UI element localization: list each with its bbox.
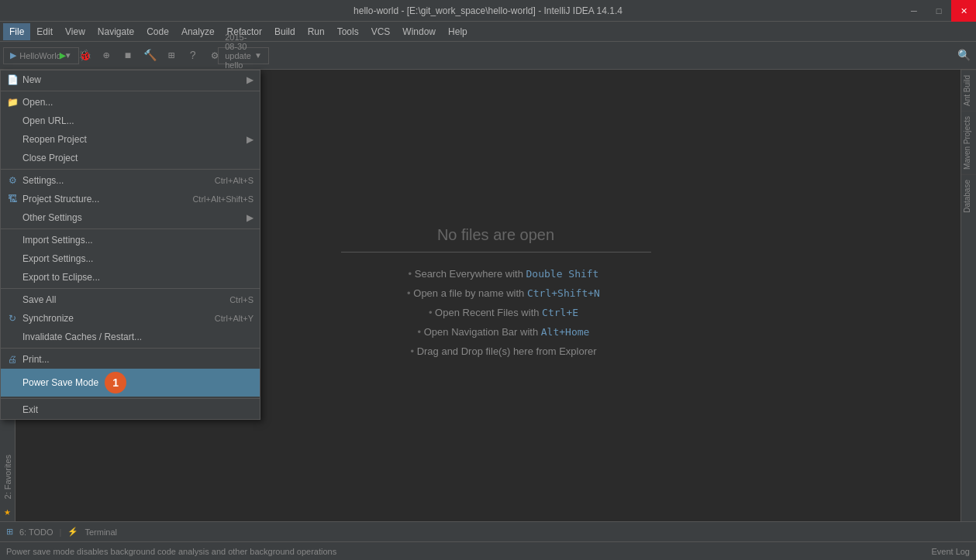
- settings-icon: ⚙: [5, 175, 19, 186]
- menu-item-export-settings[interactable]: Export Settings...: [1, 249, 260, 268]
- menu-vcs[interactable]: VCS: [365, 23, 397, 40]
- hint-drag-drop-text: Drag and Drop file(s) here from Explorer: [417, 345, 597, 357]
- hint-drag-drop: Drag and Drop file(s) here from Explorer: [341, 345, 667, 357]
- event-log-label[interactable]: Event Log: [931, 547, 970, 556]
- menu-build[interactable]: Build: [268, 23, 302, 40]
- menu-item-open[interactable]: 📁 Open...: [1, 93, 260, 112]
- run-config-selector[interactable]: ▶ HelloWorld ▼: [32, 46, 50, 65]
- right-panel-strip: Ant Build Maven Projects Database: [960, 70, 976, 521]
- save-all-shortcut: Ctrl+S: [229, 295, 253, 304]
- open-icon: 📁: [5, 97, 19, 108]
- status-bar: Power save mode disables background code…: [0, 541, 976, 560]
- sep-3: [1, 228, 260, 229]
- menu-item-open-url[interactable]: Open URL...: [1, 112, 260, 130]
- menu-item-project-structure[interactable]: 🏗 Project Structure... Ctrl+Alt+Shift+S: [1, 190, 260, 208]
- project-structure-shortcut: Ctrl+Alt+Shift+S: [192, 194, 253, 204]
- sep-4: [1, 288, 260, 289]
- menu-code[interactable]: Code: [140, 23, 175, 40]
- reopen-arrow: ▶: [247, 134, 253, 145]
- project-structure-icon: 🏗: [5, 194, 19, 204]
- hint-recent-files-key: Ctrl+E: [542, 307, 578, 318]
- main-layout: 2: Favorites ★ 📄 New ▶ 📁 Open... Open UR…: [0, 70, 976, 521]
- menu-help[interactable]: Help: [442, 23, 474, 40]
- toolbar: ⚙ ▶ HelloWorld ▼ ▶ 🐞 ⊕ ■ 🔨 ⊞ ? ⚙ 2015-08…: [0, 42, 976, 70]
- minimize-button[interactable]: ─: [902, 0, 926, 22]
- todo-label[interactable]: 6: TODO: [19, 527, 53, 537]
- other-settings-arrow: ▶: [247, 212, 253, 223]
- new-arrow: ▶: [247, 74, 253, 85]
- menu-item-power-save-mode[interactable]: Power Save Mode 1: [1, 369, 260, 397]
- commit-selector[interactable]: 2015-08-30 update hello world ▼: [234, 46, 253, 65]
- menu-bar: File Edit View Navigate Code Analyze Ref…: [0, 22, 976, 42]
- menu-item-new[interactable]: 📄 New ▶: [1, 70, 260, 89]
- print-icon: 🖨: [5, 354, 19, 365]
- hint-open-file: Open a file by name with Ctrl+Shift+N: [341, 287, 667, 299]
- menu-tools[interactable]: Tools: [331, 23, 365, 40]
- sep-5: [1, 348, 260, 349]
- sep-6: [1, 398, 260, 399]
- no-files-title: No files are open: [341, 226, 651, 253]
- commit-label[interactable]: 2015-08-30 update hello world ▼: [218, 47, 269, 64]
- menu-item-synchronize[interactable]: ↻ Synchronize Ctrl+Alt+Y: [1, 309, 260, 328]
- title-bar-controls: ─ □ ✕: [902, 0, 976, 22]
- title-bar: hello-world - [E:\git_work_space\hello-w…: [0, 0, 976, 22]
- hint-search-text: Search Everywhere with: [415, 268, 526, 280]
- hint-open-file-key: Ctrl+Shift+N: [527, 287, 600, 299]
- build-button[interactable]: 🔨: [140, 46, 159, 65]
- database-label[interactable]: Database: [961, 174, 976, 218]
- menu-item-save-all[interactable]: Save All Ctrl+S: [1, 290, 260, 309]
- ant-build-label[interactable]: Ant Build: [961, 70, 976, 111]
- power-save-badge: 1: [105, 372, 126, 393]
- hints-list: Search Everywhere with Double Shift Open…: [341, 268, 667, 357]
- menu-navigate[interactable]: Navigate: [91, 23, 140, 40]
- maven-projects-label[interactable]: Maven Projects: [961, 111, 976, 174]
- menu-item-reopen[interactable]: Reopen Project ▶: [1, 130, 260, 149]
- settings-shortcut: Ctrl+Alt+S: [215, 176, 253, 185]
- hint-open-file-text: Open a file by name with: [413, 287, 527, 299]
- file-menu-dropdown: 📄 New ▶ 📁 Open... Open URL... Reopen Pro…: [0, 70, 260, 420]
- menu-analyze[interactable]: Analyze: [175, 23, 221, 40]
- run-with-coverage-button[interactable]: ⊕: [97, 46, 116, 65]
- menu-file[interactable]: File: [3, 23, 30, 40]
- hint-search-key: Double Shift: [526, 268, 599, 280]
- hint-nav-bar-text: Open Navigation Bar with: [424, 326, 541, 338]
- sep-1: [1, 91, 260, 91]
- menu-item-invalidate-caches[interactable]: Invalidate Caches / Restart...: [1, 328, 260, 346]
- status-message: Power save mode disables background code…: [6, 547, 336, 556]
- maximize-button[interactable]: □: [926, 0, 951, 22]
- stop-button[interactable]: ■: [119, 46, 137, 65]
- synchronize-icon: ↻: [5, 313, 19, 324]
- no-files-container: No files are open Search Everywhere with…: [341, 226, 667, 365]
- menu-item-print[interactable]: 🖨 Print...: [1, 350, 260, 369]
- favorites-star-icon[interactable]: ★: [1, 502, 13, 521]
- hint-nav-bar-key: Alt+Home: [541, 326, 590, 338]
- toolbar-btn-5[interactable]: ⊞: [162, 46, 181, 65]
- menu-item-import-settings[interactable]: Import Settings...: [1, 231, 260, 249]
- hint-search: Search Everywhere with Double Shift: [341, 268, 667, 280]
- run-button[interactable]: ▶: [53, 46, 72, 65]
- hint-recent-files: Open Recent Files with Ctrl+E: [341, 307, 667, 318]
- menu-item-exit[interactable]: Exit: [1, 400, 260, 419]
- new-icon: 📄: [5, 74, 19, 85]
- search-everywhere-button[interactable]: 🔍: [954, 46, 973, 65]
- menu-item-settings[interactable]: ⚙ Settings... Ctrl+Alt+S: [1, 171, 260, 190]
- bottom-toolbar: ⊞ 6: TODO | ⚡ Terminal: [0, 521, 976, 541]
- sep-2: [1, 169, 260, 170]
- close-button[interactable]: ✕: [951, 0, 976, 22]
- favorites-panel-label[interactable]: 2: Favorites: [2, 452, 14, 502]
- toolbar-btn-6[interactable]: ?: [184, 46, 202, 65]
- menu-window[interactable]: Window: [396, 23, 442, 40]
- menu-item-export-eclipse[interactable]: Export to Eclipse...: [1, 268, 260, 287]
- menu-run[interactable]: Run: [302, 23, 331, 40]
- debug-button[interactable]: 🐞: [75, 46, 94, 65]
- hint-recent-files-text: Open Recent Files with: [435, 307, 542, 318]
- hint-nav-bar: Open Navigation Bar with Alt+Home: [341, 326, 667, 338]
- terminal-label[interactable]: Terminal: [84, 527, 117, 537]
- menu-item-other-settings[interactable]: Other Settings ▶: [1, 208, 260, 227]
- menu-edit[interactable]: Edit: [30, 23, 59, 40]
- menu-item-close[interactable]: Close Project: [1, 149, 260, 167]
- synchronize-shortcut: Ctrl+Alt+Y: [215, 314, 253, 323]
- window-title: hello-world - [E:\git_work_space\hello-w…: [353, 5, 623, 16]
- menu-view[interactable]: View: [59, 23, 91, 40]
